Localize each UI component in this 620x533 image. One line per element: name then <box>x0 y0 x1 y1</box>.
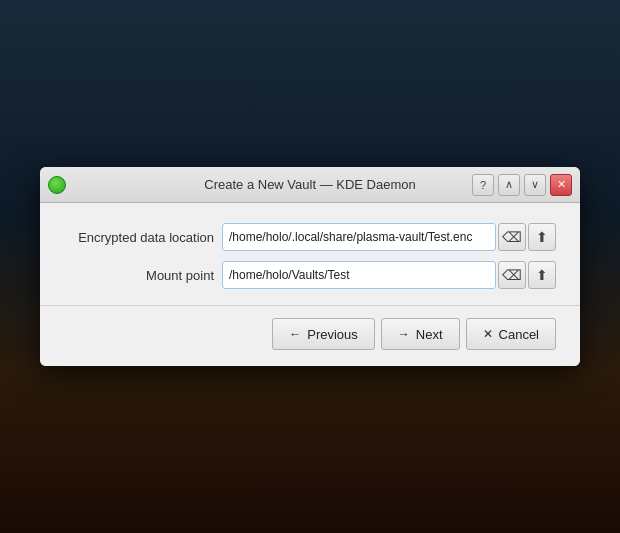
form-section: Encrypted data location ⌫ ⬆ Mount point <box>64 223 556 289</box>
cancel-button[interactable]: ✕ Cancel <box>466 318 556 350</box>
title-bar-left <box>48 176 66 194</box>
next-button[interactable]: → Next <box>381 318 460 350</box>
encrypted-data-label: Encrypted data location <box>64 230 214 245</box>
dialog-body: Encrypted data location ⌫ ⬆ Mount point <box>40 203 580 305</box>
encrypted-data-row: Encrypted data location ⌫ ⬆ <box>64 223 556 251</box>
mount-point-input-wrapper: ⌫ ⬆ <box>222 261 556 289</box>
next-icon: → <box>398 327 410 341</box>
mount-point-clear-button[interactable]: ⌫ <box>498 261 526 289</box>
previous-button[interactable]: ← Previous <box>272 318 375 350</box>
mount-point-browse-button[interactable]: ⬆ <box>528 261 556 289</box>
dialog-footer: ← Previous → Next ✕ Cancel <box>40 305 580 366</box>
maximize-button[interactable]: ∨ <box>524 174 546 196</box>
previous-label: Previous <box>307 327 358 342</box>
clear-icon: ⌫ <box>502 267 522 283</box>
title-bar: Create a New Vault — KDE Daemon ? ∧ ∨ ✕ <box>40 167 580 203</box>
next-label: Next <box>416 327 443 342</box>
close-button[interactable]: ✕ <box>550 174 572 196</box>
clear-icon: ⌫ <box>502 229 522 245</box>
previous-icon: ← <box>289 327 301 341</box>
dialog-create-vault: Create a New Vault — KDE Daemon ? ∧ ∨ ✕ … <box>40 167 580 366</box>
dialog-title: Create a New Vault — KDE Daemon <box>204 177 415 192</box>
cancel-label: Cancel <box>499 327 539 342</box>
encrypted-data-input-wrapper: ⌫ ⬆ <box>222 223 556 251</box>
encrypted-data-browse-button[interactable]: ⬆ <box>528 223 556 251</box>
minimize-button[interactable]: ∧ <box>498 174 520 196</box>
encrypted-data-clear-button[interactable]: ⌫ <box>498 223 526 251</box>
cancel-icon: ✕ <box>483 327 493 341</box>
browse-icon: ⬆ <box>536 267 548 283</box>
mount-point-label: Mount point <box>64 268 214 283</box>
app-icon <box>48 176 66 194</box>
mount-point-row: Mount point ⌫ ⬆ <box>64 261 556 289</box>
help-button[interactable]: ? <box>472 174 494 196</box>
mount-point-input[interactable] <box>222 261 496 289</box>
title-bar-controls: ? ∧ ∨ ✕ <box>472 174 572 196</box>
encrypted-data-input[interactable] <box>222 223 496 251</box>
browse-icon: ⬆ <box>536 229 548 245</box>
